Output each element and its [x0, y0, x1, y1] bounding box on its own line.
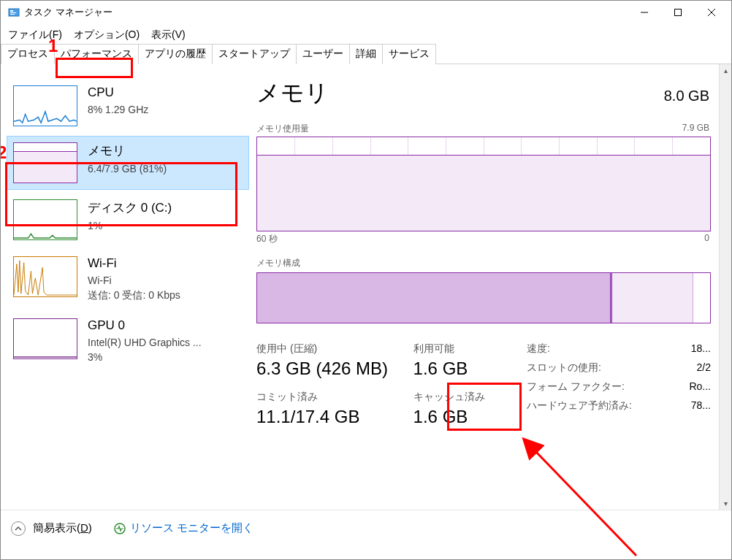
maximize-button[interactable] — [661, 1, 695, 23]
disk-thumb — [13, 199, 77, 240]
chevron-up-icon — [15, 525, 22, 532]
wifi-title: Wi-Fi — [88, 256, 180, 271]
speed-val: 18... — [691, 342, 711, 356]
menu-file[interactable]: ファイル(F) — [2, 26, 68, 43]
collapse-button[interactable] — [11, 521, 26, 536]
committed-value: 11.1/17.4 GB — [256, 407, 413, 427]
avail-label: 利用可能 — [413, 342, 527, 356]
cached-value: 1.6 GB — [413, 407, 527, 427]
memory-text: メモリ 6.4/7.9 GB (81%) — [88, 142, 167, 177]
axis-left: 60 秒 — [256, 233, 278, 245]
memory-usage-chart — [256, 137, 711, 231]
content: CPU 8% 1.29 GHz メモリ 6.4/7.9 GB (81%) ディス… — [1, 64, 731, 510]
scroll-up-icon[interactable]: ▴ — [720, 64, 732, 77]
gpu-sub1: Intel(R) UHD Graphics ... — [88, 336, 202, 350]
tabrow: プロセス パフォーマンス アプリの履歴 スタートアップ ユーザー 詳細 サービス — [1, 43, 731, 64]
menu-view[interactable]: 表示(V) — [145, 26, 191, 43]
window-title: タスク マネージャー — [24, 6, 628, 19]
tab-startup[interactable]: スタートアップ — [212, 44, 297, 64]
committed-label: コミット済み — [256, 391, 413, 404]
tab-users[interactable]: ユーザー — [296, 44, 350, 64]
disk-text: ディスク 0 (C:) 1% — [88, 199, 172, 234]
scroll-down-icon[interactable]: ▾ — [720, 497, 732, 510]
wifi-sub2: 送信: 0 受信: 0 Kbps — [88, 288, 180, 303]
disk-title: ディスク 0 (C:) — [88, 199, 172, 216]
simple-view-link[interactable]: 簡易表示(D) — [33, 521, 92, 535]
form-val: Ro... — [689, 380, 711, 394]
menu-options[interactable]: オプション(O) — [68, 26, 145, 43]
disk-sub: 1% — [88, 219, 172, 234]
reserved-label: ハードウェア予約済み: — [527, 399, 632, 413]
slots-val: 2/2 — [697, 361, 711, 375]
annotation-number-2: 2 — [0, 142, 7, 163]
memory-thumb — [13, 142, 77, 183]
axis-right: 0 — [704, 233, 709, 245]
tab-details[interactable]: 詳細 — [349, 44, 383, 64]
memory-composition — [256, 272, 711, 323]
svg-rect-1 — [10, 10, 13, 12]
svg-rect-2 — [10, 12, 16, 13]
usage-label: メモリ使用量 — [256, 123, 309, 135]
form-label: フォーム ファクター: — [527, 380, 625, 394]
titlebar: タスク マネージャー — [1, 1, 731, 24]
memory-sub: 6.4/7.9 GB (81%) — [88, 162, 167, 177]
gpu-sub2: 3% — [88, 350, 202, 365]
sidebar-item-memory[interactable]: メモリ 6.4/7.9 GB (81%) — [7, 136, 249, 190]
minimize-button[interactable] — [628, 1, 661, 23]
footer: 簡易表示(D) リソース モニターを開く — [1, 510, 731, 546]
tab-services[interactable]: サービス — [382, 44, 436, 64]
tab-app-history[interactable]: アプリの履歴 — [138, 44, 213, 64]
svg-rect-3 — [10, 14, 15, 15]
memory-title: メモリ — [88, 142, 167, 159]
scrollbar[interactable]: ▴ ▾ — [719, 64, 731, 510]
cpu-thumb — [13, 85, 77, 126]
tab-processes[interactable]: プロセス — [1, 44, 55, 64]
detail-total: 8.0 GB — [664, 88, 709, 104]
slots-label: スロットの使用: — [527, 361, 601, 375]
sidebar-item-gpu[interactable]: GPU 0 Intel(R) UHD Graphics ... 3% — [7, 312, 249, 371]
sidebar: CPU 8% 1.29 GHz メモリ 6.4/7.9 GB (81%) ディス… — [1, 64, 249, 510]
usage-max: 7.9 GB — [682, 123, 709, 135]
gpu-text: GPU 0 Intel(R) UHD Graphics ... 3% — [88, 318, 202, 364]
detail-panel: ▴ ▾ メモリ 8.0 GB メモリ使用量 7.9 GB 60 秒 0 メモリ構… — [249, 64, 731, 510]
wifi-text: Wi-Fi Wi-Fi 送信: 0 受信: 0 Kbps — [88, 256, 180, 302]
cpu-title: CPU — [88, 85, 148, 100]
annotation-number-1: 1 — [48, 36, 58, 56]
inuse-value: 6.3 GB (426 MB) — [256, 358, 413, 379]
speed-label: 速度: — [527, 342, 550, 356]
resource-monitor-icon — [114, 523, 126, 534]
resource-monitor-link[interactable]: リソース モニターを開く — [114, 521, 253, 535]
resource-monitor-label: リソース モニターを開く — [130, 521, 253, 535]
close-button[interactable] — [695, 1, 728, 23]
wifi-thumb — [13, 256, 77, 297]
tab-performance[interactable]: パフォーマンス — [54, 44, 139, 64]
sidebar-item-disk[interactable]: ディスク 0 (C:) 1% — [7, 193, 249, 247]
svg-rect-5 — [675, 9, 682, 16]
cpu-sub: 8% 1.29 GHz — [88, 103, 148, 118]
avail-value: 1.6 GB — [413, 358, 527, 379]
inuse-label: 使用中 (圧縮) — [256, 342, 413, 356]
cached-label: キャッシュ済み — [413, 391, 527, 404]
gpu-title: GPU 0 — [88, 318, 202, 333]
app-icon — [8, 7, 20, 18]
cpu-text: CPU 8% 1.29 GHz — [88, 85, 148, 118]
menubar: ファイル(F) オプション(O) 表示(V) — [1, 24, 731, 43]
reserved-val: 78... — [691, 399, 711, 413]
sidebar-item-wifi[interactable]: Wi-Fi Wi-Fi 送信: 0 受信: 0 Kbps — [7, 250, 249, 309]
wifi-sub1: Wi-Fi — [88, 274, 180, 288]
comp-label: メモリ構成 — [256, 257, 731, 269]
detail-title: メモリ — [256, 77, 329, 110]
gpu-thumb — [13, 318, 77, 359]
sidebar-item-cpu[interactable]: CPU 8% 1.29 GHz — [7, 79, 249, 133]
